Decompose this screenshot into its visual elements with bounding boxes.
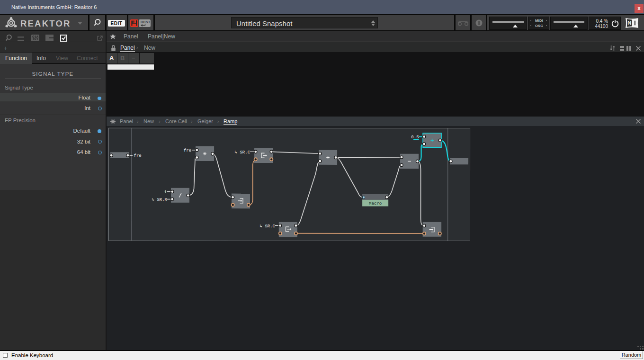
svg-text:0.5: 0.5: [411, 135, 419, 140]
svg-text:Macro: Macro: [369, 201, 382, 206]
svg-text:↳ SR.R: ↳ SR.R: [152, 198, 168, 202]
svg-text:↳ SR.C: ↳ SR.C: [260, 224, 276, 229]
svg-text:N: N: [628, 20, 632, 26]
svg-text:↳ SR.C: ↳ SR.C: [235, 150, 250, 155]
svg-text:1: 1: [164, 190, 167, 195]
svg-text:fre: fre: [134, 153, 142, 158]
svg-text:fre: fre: [184, 148, 191, 153]
